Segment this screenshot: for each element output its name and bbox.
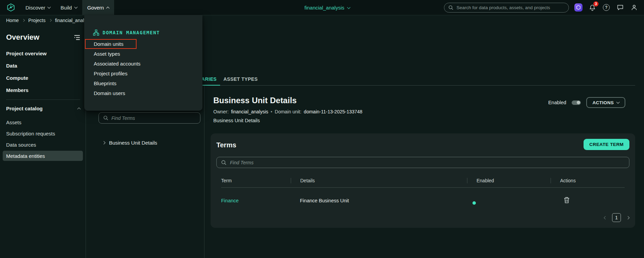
user-profile-icon[interactable] xyxy=(630,3,639,12)
menu-item-domain-units[interactable]: Domain units xyxy=(86,40,136,48)
delete-term-trash-icon[interactable] xyxy=(564,197,570,203)
menu-item-associated-accounts[interactable]: Associated accounts xyxy=(84,59,202,69)
help-icon[interactable]: ? xyxy=(602,3,611,12)
chevron-right-icon xyxy=(102,141,106,145)
create-term-button[interactable]: CREATE TERM xyxy=(584,139,629,150)
domain-unit-label: Domain unit: xyxy=(275,109,302,114)
actions-button[interactable]: ACTIONS xyxy=(586,97,625,108)
topbar-right-controls: 3 ? xyxy=(444,3,639,13)
notification-count-badge: 3 xyxy=(593,1,598,6)
glossary-enabled-toggle[interactable] xyxy=(572,100,581,105)
domain-management-heading: DOMAIN MANAGEMENT xyxy=(103,30,160,35)
column-term: Term xyxy=(221,178,291,183)
column-actions: Actions xyxy=(551,178,625,183)
sidebar-item-project-overview[interactable]: Project overview xyxy=(6,51,80,56)
chevron-down-icon xyxy=(74,5,77,9)
previous-page-button[interactable] xyxy=(603,217,608,219)
terms-search[interactable] xyxy=(216,157,629,168)
app-logo-icon[interactable] xyxy=(6,3,16,12)
term-details: Finance Business Unit xyxy=(291,198,467,203)
global-search[interactable] xyxy=(444,3,569,13)
menu-item-domain-users[interactable]: Domain users xyxy=(84,88,202,98)
column-enabled: Enabled xyxy=(467,178,551,183)
sidebar-title: Overview xyxy=(6,33,39,42)
chevron-down-icon xyxy=(347,5,350,9)
menu-item-project-profiles[interactable]: Project profiles xyxy=(84,69,202,78)
top-navigation-bar: Discover Build Govern financial_analysis xyxy=(0,0,644,15)
term-link-finance[interactable]: Finance xyxy=(221,198,239,203)
menu-item-asset-types[interactable]: Asset types xyxy=(84,49,202,59)
sidebar-item-data[interactable]: Data xyxy=(6,63,80,69)
nav-discover-label: Discover xyxy=(25,5,45,11)
search-icon xyxy=(103,115,108,121)
amazon-q-icon[interactable] xyxy=(574,3,583,12)
glossary-split-view: Business Unit Details Business Unit Deta… xyxy=(86,86,644,258)
glossary-tree-item[interactable]: Business Unit Details xyxy=(99,140,204,146)
project-catalog-items: Assets Subscription requests Data source… xyxy=(6,117,80,161)
domain-unit-value: domain-11-13-2025-133748 xyxy=(304,109,362,114)
chevron-right-icon xyxy=(49,19,52,22)
highlight-box: Domain units xyxy=(85,39,137,49)
sidebar-section-project-catalog[interactable]: Project catalog xyxy=(6,106,80,111)
terms-title: Terms xyxy=(216,141,236,149)
page-number[interactable]: 1 xyxy=(612,213,621,222)
breadcrumb-home[interactable]: Home xyxy=(6,18,19,23)
table-row: Finance Finance Business Unit xyxy=(221,188,625,204)
owner-label: Owner: xyxy=(213,109,229,114)
terms-card-header: Terms CREATE TERM xyxy=(216,133,629,150)
sidebar-item-subscription-requests[interactable]: Subscription requests xyxy=(3,128,83,139)
sidebar-item-compute[interactable]: Compute xyxy=(6,75,80,81)
chevron-down-icon xyxy=(48,5,51,9)
chevron-right-icon xyxy=(22,19,25,22)
project-selector-label: financial_analysis xyxy=(304,5,344,11)
glossary-meta: Owner: financial_analysis • Domain unit:… xyxy=(213,109,635,114)
meta-separator: • xyxy=(271,109,272,114)
project-selector[interactable]: financial_analysis xyxy=(304,0,350,15)
global-search-input[interactable] xyxy=(457,5,565,10)
feedback-chat-icon[interactable] xyxy=(616,3,625,12)
chevron-up-icon xyxy=(77,108,81,111)
actions-button-label: ACTIONS xyxy=(592,100,614,105)
nav-govern[interactable]: Govern xyxy=(82,0,114,15)
sidebar-item-assets[interactable]: Assets xyxy=(3,117,83,127)
glossary-tree-panel: Business Unit Details xyxy=(86,86,204,258)
glossary-details-panel: Business Unit Details Owner: financial_a… xyxy=(204,86,644,258)
breadcrumb-projects[interactable]: Projects xyxy=(28,18,46,23)
glossary-search[interactable] xyxy=(99,112,200,124)
enabled-label: Enabled xyxy=(548,100,566,105)
chevron-down-icon xyxy=(616,100,620,104)
owner-value: financial_analysis xyxy=(231,109,268,114)
nav-build[interactable]: Build xyxy=(55,0,82,15)
terms-table-header: Term Details Enabled Actions xyxy=(221,168,625,188)
glossary-description: Business Unit Details xyxy=(213,118,635,123)
sidebar-item-data-sources[interactable]: Data sources xyxy=(3,140,83,150)
domain-hierarchy-icon xyxy=(93,30,99,36)
menu-item-blueprints[interactable]: Blueprints xyxy=(84,78,202,88)
glossary-tree-item-label: Business Unit Details xyxy=(109,140,157,146)
glossary-header-controls: Enabled ACTIONS xyxy=(548,97,625,108)
govern-dropdown-menu: DOMAIN MANAGEMENT Domain units Asset typ… xyxy=(84,15,202,111)
nav-govern-label: Govern xyxy=(87,5,104,11)
sidebar-divider xyxy=(6,99,80,100)
chevron-up-icon xyxy=(106,6,109,10)
sidebar-item-members[interactable]: Members xyxy=(6,87,80,93)
project-sidebar: Overview Project overview Data Compute M… xyxy=(0,25,86,258)
notifications-bell-icon[interactable]: 3 xyxy=(588,3,597,12)
search-icon xyxy=(448,5,453,10)
glossary-search-input[interactable] xyxy=(111,115,196,121)
nav-discover[interactable]: Discover xyxy=(20,0,55,15)
pagination: 1 xyxy=(603,213,630,222)
tab-asset-types[interactable]: ASSET TYPES xyxy=(220,76,261,85)
terms-search-input[interactable] xyxy=(230,160,625,165)
sidebar-item-metadata-entities[interactable]: Metadata entities xyxy=(3,151,83,161)
sidebar-header: Overview xyxy=(6,33,80,42)
question-mark-glyph: ? xyxy=(605,5,607,10)
terms-card: Terms CREATE TERM Term Details Enabled A… xyxy=(211,133,635,228)
column-details: Details xyxy=(291,178,467,183)
collapse-sidebar-icon[interactable] xyxy=(74,35,80,40)
project-catalog-label: Project catalog xyxy=(6,106,43,111)
nav-build-label: Build xyxy=(60,5,72,11)
search-icon xyxy=(221,160,227,165)
govern-menu-header: DOMAIN MANAGEMENT xyxy=(84,28,202,37)
next-page-button[interactable] xyxy=(625,217,630,219)
